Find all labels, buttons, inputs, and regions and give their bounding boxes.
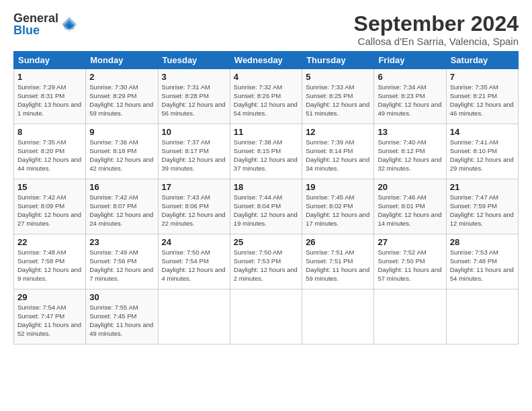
calendar-page: General Blue September 2024 Callosa d'En… — [0, 0, 532, 353]
day-number: 9 — [89, 127, 154, 137]
day-number: 1 — [17, 72, 82, 82]
cell-info: Sunrise: 7:30 AMSunset: 8:29 PMDaylight:… — [89, 83, 153, 116]
calendar-cell: 15 Sunrise: 7:42 AMSunset: 8:09 PMDaylig… — [14, 179, 86, 234]
calendar-week-2: 8 Sunrise: 7:35 AMSunset: 8:20 PMDayligh… — [14, 124, 519, 179]
calendar-cell: 28 Sunrise: 7:53 AMSunset: 7:48 PMDaylig… — [446, 234, 518, 289]
day-number: 25 — [234, 237, 298, 247]
calendar-cell: 18 Sunrise: 7:44 AMSunset: 8:04 PMDaylig… — [230, 179, 302, 234]
calendar-cell: 25 Sunrise: 7:50 AMSunset: 7:53 PMDaylig… — [230, 234, 302, 289]
calendar-cell: 24 Sunrise: 7:50 AMSunset: 7:54 PMDaylig… — [158, 234, 230, 289]
calendar-cell: 5 Sunrise: 7:33 AMSunset: 8:25 PMDayligh… — [302, 69, 374, 124]
logo-text: General Blue — [13, 12, 58, 36]
cell-info: Sunrise: 7:55 AMSunset: 7:45 PMDaylight:… — [89, 304, 153, 336]
calendar-cell: 10 Sunrise: 7:37 AMSunset: 8:17 PMDaylig… — [158, 124, 230, 179]
cell-info: Sunrise: 7:50 AMSunset: 7:54 PMDaylight:… — [162, 248, 226, 281]
cell-info: Sunrise: 7:48 AMSunset: 7:58 PMDaylight:… — [17, 248, 81, 281]
calendar-cell — [446, 289, 518, 345]
calendar-cell: 21 Sunrise: 7:47 AMSunset: 7:59 PMDaylig… — [446, 179, 518, 234]
logo-icon — [60, 15, 79, 34]
day-number: 4 — [234, 72, 298, 82]
cell-info: Sunrise: 7:41 AMSunset: 8:10 PMDaylight:… — [450, 138, 514, 171]
cell-info: Sunrise: 7:46 AMSunset: 8:01 PMDaylight:… — [378, 193, 441, 226]
calendar-cell: 13 Sunrise: 7:40 AMSunset: 8:12 PMDaylig… — [374, 124, 446, 179]
cell-info: Sunrise: 7:32 AMSunset: 8:26 PMDaylight:… — [234, 83, 298, 116]
cell-info: Sunrise: 7:37 AMSunset: 8:17 PMDaylight:… — [162, 138, 226, 171]
cell-info: Sunrise: 7:50 AMSunset: 7:53 PMDaylight:… — [234, 248, 298, 281]
day-number: 16 — [89, 182, 154, 192]
day-number: 21 — [450, 182, 515, 192]
col-friday: Friday — [374, 52, 446, 69]
calendar-cell: 7 Sunrise: 7:35 AMSunset: 8:21 PMDayligh… — [446, 69, 518, 124]
calendar-table: Sunday Monday Tuesday Wednesday Thursday… — [13, 51, 519, 345]
cell-info: Sunrise: 7:51 AMSunset: 7:51 PMDaylight:… — [306, 248, 369, 281]
calendar-cell: 22 Sunrise: 7:48 AMSunset: 7:58 PMDaylig… — [14, 234, 86, 289]
col-saturday: Saturday — [446, 52, 518, 69]
day-number: 24 — [162, 237, 226, 247]
logo-blue: Blue — [13, 24, 58, 36]
day-number: 20 — [378, 182, 442, 192]
calendar-week-3: 15 Sunrise: 7:42 AMSunset: 8:09 PMDaylig… — [14, 179, 519, 234]
calendar-cell: 3 Sunrise: 7:31 AMSunset: 8:28 PMDayligh… — [158, 69, 230, 124]
col-wednesday: Wednesday — [230, 52, 302, 69]
cell-info: Sunrise: 7:29 AMSunset: 8:31 PMDaylight:… — [17, 83, 81, 116]
header-row: Sunday Monday Tuesday Wednesday Thursday… — [14, 52, 519, 69]
day-number: 23 — [89, 237, 154, 247]
calendar-cell: 23 Sunrise: 7:49 AMSunset: 7:56 PMDaylig… — [86, 234, 158, 289]
day-number: 10 — [162, 127, 226, 137]
col-sunday: Sunday — [14, 52, 86, 69]
calendar-cell: 19 Sunrise: 7:45 AMSunset: 8:02 PMDaylig… — [302, 179, 374, 234]
cell-info: Sunrise: 7:49 AMSunset: 7:56 PMDaylight:… — [89, 248, 153, 281]
cell-info: Sunrise: 7:35 AMSunset: 8:21 PMDaylight:… — [450, 83, 514, 116]
day-number: 27 — [378, 237, 442, 247]
calendar-cell: 26 Sunrise: 7:51 AMSunset: 7:51 PMDaylig… — [302, 234, 374, 289]
day-number: 7 — [450, 72, 515, 82]
day-number: 29 — [17, 292, 82, 302]
day-number: 18 — [234, 182, 298, 192]
col-monday: Monday — [86, 52, 158, 69]
calendar-week-1: 1 Sunrise: 7:29 AMSunset: 8:31 PMDayligh… — [14, 69, 519, 124]
cell-info: Sunrise: 7:45 AMSunset: 8:02 PMDaylight:… — [306, 193, 369, 226]
cell-info: Sunrise: 7:43 AMSunset: 8:06 PMDaylight:… — [162, 193, 226, 226]
calendar-cell: 27 Sunrise: 7:52 AMSunset: 7:50 PMDaylig… — [374, 234, 446, 289]
calendar-cell: 2 Sunrise: 7:30 AMSunset: 8:29 PMDayligh… — [86, 69, 158, 124]
calendar-cell — [158, 289, 230, 345]
calendar-cell: 6 Sunrise: 7:34 AMSunset: 8:23 PMDayligh… — [374, 69, 446, 124]
cell-info: Sunrise: 7:33 AMSunset: 8:25 PMDaylight:… — [306, 83, 369, 116]
day-number: 6 — [378, 72, 442, 82]
cell-info: Sunrise: 7:42 AMSunset: 8:07 PMDaylight:… — [89, 193, 153, 226]
calendar-cell — [374, 289, 446, 345]
cell-info: Sunrise: 7:34 AMSunset: 8:23 PMDaylight:… — [378, 83, 441, 116]
col-tuesday: Tuesday — [158, 52, 230, 69]
day-number: 13 — [378, 127, 442, 137]
cell-info: Sunrise: 7:54 AMSunset: 7:47 PMDaylight:… — [17, 304, 81, 336]
cell-info: Sunrise: 7:44 AMSunset: 8:04 PMDaylight:… — [234, 193, 298, 226]
calendar-cell: 9 Sunrise: 7:36 AMSunset: 8:18 PMDayligh… — [86, 124, 158, 179]
day-number: 19 — [306, 182, 370, 192]
cell-info: Sunrise: 7:42 AMSunset: 8:09 PMDaylight:… — [17, 193, 81, 226]
calendar-cell: 29 Sunrise: 7:54 AMSunset: 7:47 PMDaylig… — [14, 289, 86, 345]
day-number: 2 — [89, 72, 154, 82]
logo: General Blue — [13, 12, 79, 36]
day-number: 30 — [89, 292, 154, 302]
day-number: 15 — [17, 182, 82, 192]
title-block: September 2024 Callosa d'En Sarria, Vale… — [354, 12, 519, 47]
cell-info: Sunrise: 7:38 AMSunset: 8:15 PMDaylight:… — [234, 138, 298, 171]
calendar-cell: 14 Sunrise: 7:41 AMSunset: 8:10 PMDaylig… — [446, 124, 518, 179]
calendar-cell: 8 Sunrise: 7:35 AMSunset: 8:20 PMDayligh… — [14, 124, 86, 179]
calendar-cell: 20 Sunrise: 7:46 AMSunset: 8:01 PMDaylig… — [374, 179, 446, 234]
day-number: 17 — [162, 182, 226, 192]
calendar-cell: 30 Sunrise: 7:55 AMSunset: 7:45 PMDaylig… — [86, 289, 158, 345]
calendar-week-4: 22 Sunrise: 7:48 AMSunset: 7:58 PMDaylig… — [14, 234, 519, 289]
day-number: 26 — [306, 237, 370, 247]
calendar-cell: 11 Sunrise: 7:38 AMSunset: 8:15 PMDaylig… — [230, 124, 302, 179]
logo-general: General — [13, 12, 58, 24]
cell-info: Sunrise: 7:35 AMSunset: 8:20 PMDaylight:… — [17, 138, 81, 171]
day-number: 28 — [450, 237, 515, 247]
calendar-week-5: 29 Sunrise: 7:54 AMSunset: 7:47 PMDaylig… — [14, 289, 519, 345]
day-number: 14 — [450, 127, 515, 137]
header: General Blue September 2024 Callosa d'En… — [13, 12, 519, 47]
cell-info: Sunrise: 7:31 AMSunset: 8:28 PMDaylight:… — [162, 83, 226, 116]
cell-info: Sunrise: 7:52 AMSunset: 7:50 PMDaylight:… — [378, 248, 441, 281]
calendar-cell: 17 Sunrise: 7:43 AMSunset: 8:06 PMDaylig… — [158, 179, 230, 234]
day-number: 11 — [234, 127, 298, 137]
